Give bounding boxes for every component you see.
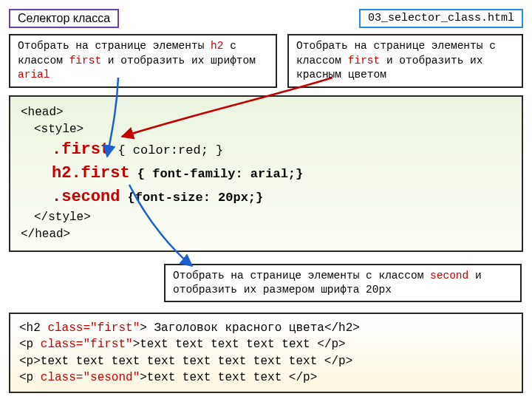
text: <p <box>19 338 41 351</box>
code-line: .second {font-size: 20px;} <box>21 185 511 209</box>
code-line: <p>text text text text text text text te… <box>19 353 513 369</box>
text: Отобрать на странице элементы <box>18 40 211 52</box>
code-line: </head> <box>21 226 511 243</box>
selector-h2-first: h2.first <box>52 164 130 183</box>
page-title: Селектор класса <box>9 9 119 28</box>
selector-second: .second <box>52 188 120 206</box>
callouts-row: Отобрать на странице элементы h2 с класс… <box>9 34 523 88</box>
text-second: second <box>430 270 468 282</box>
text-first: first <box>69 55 102 66</box>
code-line: </style> <box>21 209 511 226</box>
header-row: Селектор класса 03_selector_class.html <box>9 9 523 28</box>
rule: { color:red; } <box>110 143 223 157</box>
rule: { font-family: arial;} <box>130 167 304 181</box>
filename-label: 03_selector_class.html <box>359 9 523 28</box>
text: Отобрать на странице элементы с классом <box>173 270 430 282</box>
code-line: <p class="sesond">text text text text </… <box>19 369 513 386</box>
callout-h2-first: Отобрать на странице элементы h2 с класс… <box>9 34 277 88</box>
code-block-css: <head> <style> .first { color:red; } h2.… <box>9 95 523 252</box>
code-line: <h2 class="first"> Заголовок красного цв… <box>19 320 513 336</box>
text: > Заголовок красного цвета</h2> <box>140 321 360 335</box>
code-line: <head> <box>21 104 511 121</box>
text-first: first <box>348 55 381 66</box>
text: <p <box>19 371 41 384</box>
code-line: <style> <box>21 121 511 138</box>
text: <h2 <box>19 321 47 335</box>
callout-first: Отобрать на странице элементы с классом … <box>287 34 523 88</box>
text: >text text text text </p> <box>140 371 317 384</box>
text: и отобразить их шрифтом <box>101 55 256 66</box>
code-line: h2.first { font-family: arial;} <box>21 162 511 185</box>
attr: class="first" <box>47 321 140 335</box>
attr: class="first" <box>41 338 133 351</box>
code-line: .first { color:red; } <box>21 138 511 162</box>
text: >text text text text text </p> <box>133 338 346 351</box>
code-block-html: <h2 class="first"> Заголовок красного цв… <box>9 313 523 394</box>
text-h2: h2 <box>211 40 223 52</box>
attr: class="sesond" <box>41 371 140 384</box>
selector-first: .first <box>52 140 110 159</box>
text-arial: arial <box>18 69 50 81</box>
code-line: <p class="first">text text text text tex… <box>19 336 513 352</box>
callout-second: Отобрать на странице элементы с классом … <box>164 264 522 302</box>
rule: {font-size: 20px;} <box>120 191 263 205</box>
